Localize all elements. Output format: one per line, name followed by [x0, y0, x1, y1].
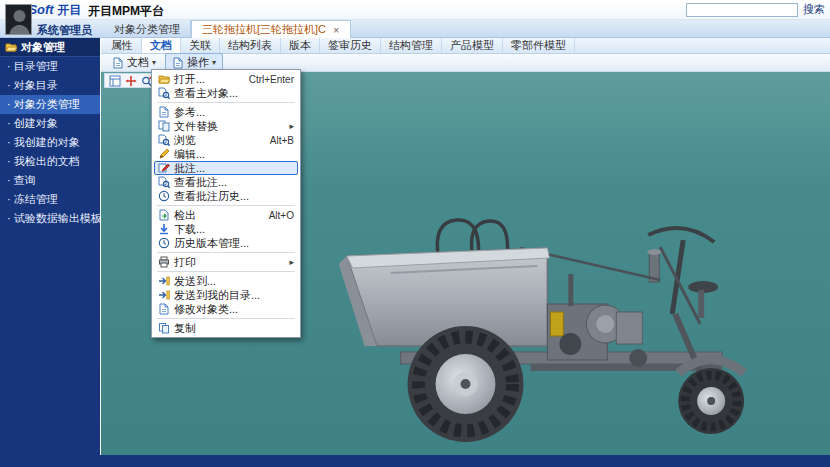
sidebar-item-create-object[interactable]: 创建对象 [0, 114, 100, 133]
menu-item-copy[interactable]: 复制 [154, 321, 298, 335]
menu-item-download[interactable]: 下载... [154, 222, 298, 236]
folder-icon [5, 41, 17, 53]
menu-separator [157, 318, 295, 319]
menu-item-annotate[interactable]: 批注... [154, 161, 298, 175]
sidebar-item-freeze-management[interactable]: 冻结管理 [0, 190, 100, 209]
sidebar-item-query[interactable]: 查询 [0, 171, 100, 190]
view-master-object-icon [158, 87, 170, 99]
open-icon [158, 73, 170, 85]
annotate-icon [158, 162, 170, 174]
download-icon [158, 223, 170, 235]
menu-separator [157, 252, 295, 253]
status-footer [0, 455, 830, 467]
action-dropdown-menu: 打开... Ctrl+Enter 查看主对象... 参考... 文件替换 ▸ 浏… [151, 69, 301, 338]
view-annotation-icon [158, 176, 170, 188]
menu-item-edit[interactable]: 编辑... [154, 147, 298, 161]
send-to-my-folder-icon [158, 289, 170, 301]
document-icon [172, 57, 184, 69]
sidebar-item-object-classification[interactable]: 对象分类管理 [0, 95, 100, 114]
close-tab-icon[interactable]: × [333, 24, 339, 36]
menu-item-modify-object-class[interactable]: 修改对象类... [154, 302, 298, 316]
menu-item-version-history[interactable]: 历史版本管理... [154, 236, 298, 250]
menu-separator [157, 271, 295, 272]
print-icon [158, 256, 170, 268]
submenu-arrow-icon: ▸ [289, 121, 294, 131]
tab-versions[interactable]: 版本 [281, 38, 320, 53]
send-to-icon [158, 275, 170, 287]
tab-approval-history[interactable]: 签审历史 [320, 38, 381, 53]
search-area: 搜索 [686, 2, 825, 17]
pan-tool-icon[interactable] [125, 75, 137, 87]
window-tab-tractor[interactable]: 三轮拖拉机[三轮拖拉机]C × [191, 20, 351, 38]
tab-relations[interactable]: 关联 [181, 38, 220, 53]
version-history-icon [158, 237, 170, 249]
sidebar-item-object-catalog[interactable]: 对象目录 [0, 76, 100, 95]
browse-icon [158, 134, 170, 146]
search-button[interactable]: 搜索 [803, 2, 825, 17]
chevron-down-icon: ▾ [152, 58, 156, 67]
tab-properties[interactable]: 属性 [103, 38, 142, 53]
tab-part-model[interactable]: 零部件模型 [503, 38, 575, 53]
menu-item-checkout[interactable]: 检出 Alt+O [154, 208, 298, 222]
tab-documents[interactable]: 文档 [142, 38, 181, 53]
sidebar-item-my-checked-out-docs[interactable]: 我检出的文档 [0, 152, 100, 171]
sidebar-item-test-data-template[interactable]: 试验数据输出模板 [0, 209, 100, 228]
menu-separator [157, 102, 295, 103]
menu-item-reference[interactable]: 参考... [154, 105, 298, 119]
sidebar-item-my-created-objects[interactable]: 我创建的对象 [0, 133, 100, 152]
content-tabs: 属性 文档 关联 结构列表 版本 签审历史 结构管理 产品模型 零部件模型 [101, 38, 830, 54]
menu-item-file-replace[interactable]: 文件替换 ▸ [154, 119, 298, 133]
menu-item-send-to-my-folder[interactable]: 发送到我的目录... [154, 288, 298, 302]
menu-item-browse[interactable]: 浏览 Alt+B [154, 133, 298, 147]
title-bar: KM∕Soft 开目 开目MPM平台 搜索 [0, 0, 830, 20]
modify-object-class-icon [158, 303, 170, 315]
form-view-icon[interactable] [109, 75, 121, 87]
menu-separator [157, 205, 295, 206]
sidebar: 对象管理 目录管理 对象目录 对象分类管理 创建对象 我创建的对象 我检出的文档… [0, 38, 100, 455]
tab-structure-list[interactable]: 结构列表 [220, 38, 281, 53]
tab-structure-management[interactable]: 结构管理 [381, 38, 442, 53]
file-replace-icon [158, 120, 170, 132]
sidebar-header-object-management[interactable]: 对象管理 [0, 38, 100, 57]
user-role-label: 系统管理员 [37, 23, 92, 38]
menu-item-view-annotation[interactable]: 查看批注... [154, 175, 298, 189]
menu-item-send-to[interactable]: 发送到... [154, 274, 298, 288]
avatar[interactable] [5, 4, 32, 35]
document-icon [112, 57, 124, 69]
edit-icon [158, 148, 170, 160]
model-viewport[interactable]: 打开... Ctrl+Enter 查看主对象... 参考... 文件替换 ▸ 浏… [101, 72, 830, 455]
view-tools-strip [104, 73, 158, 88]
sidebar-item-catalog-management[interactable]: 目录管理 [0, 57, 100, 76]
copy-icon [158, 322, 170, 334]
window-tab-object-classification[interactable]: 对象分类管理 [104, 20, 191, 38]
menu-item-view-annotation-history[interactable]: 查看批注历史... [154, 189, 298, 203]
content-area: 属性 文档 关联 结构列表 版本 签审历史 结构管理 产品模型 零部件模型 文档… [100, 38, 830, 455]
menu-item-print[interactable]: 打印 ▸ [154, 255, 298, 269]
page-title: 开目MPM平台 [88, 3, 164, 20]
chevron-down-icon: ▾ [212, 58, 216, 67]
tab-product-model[interactable]: 产品模型 [442, 38, 503, 53]
reference-icon [158, 106, 170, 118]
menu-item-view-master-object[interactable]: 查看主对象... [154, 86, 298, 100]
search-input[interactable] [686, 3, 798, 17]
submenu-arrow-icon: ▸ [289, 257, 294, 267]
annotation-history-icon [158, 190, 170, 202]
menu-item-open[interactable]: 打开... Ctrl+Enter [154, 72, 298, 86]
checkout-icon [158, 209, 170, 221]
window-tabs: 对象分类管理 三轮拖拉机[三轮拖拉机]C × [104, 20, 351, 38]
